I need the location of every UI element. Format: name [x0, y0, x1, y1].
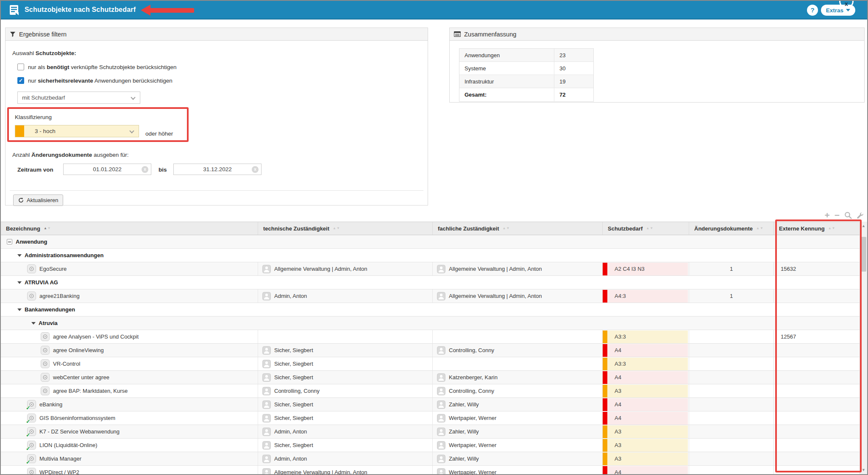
aenderungsdokumente-cell [689, 384, 774, 397]
clear-date-icon[interactable]: x [142, 166, 148, 173]
severity-bar [603, 371, 607, 384]
help-button[interactable]: ? [807, 5, 818, 16]
summary-value: 72 [554, 92, 593, 98]
vertical-scrollbar[interactable]: ▲ ▼ [860, 222, 867, 474]
klassifizierung-select[interactable]: 3 - hoch [15, 125, 139, 137]
checkbox-row-benoetigt: nur als benötigt verknüpfte Schutzobjekt… [17, 64, 176, 70]
column-header-6[interactable]: Externe Kennung ▲▼ [774, 222, 860, 235]
plus-icon[interactable]: + [824, 211, 829, 219]
severity-bar [603, 439, 607, 452]
search-icon[interactable] [844, 211, 852, 219]
scroll-up-icon[interactable]: ▲ [860, 224, 867, 228]
sicherheitsrelevant-checkbox[interactable]: ✓ [17, 77, 24, 84]
benoetigt-checkbox[interactable] [17, 64, 24, 70]
schutzbedarf-cell: A2 C4 I3 N3 [603, 262, 689, 275]
summary-panel-title: Zusammenfassung [464, 31, 516, 38]
aenderungsdokumente-cell [689, 425, 774, 438]
schutzbedarf-cell: A4 [603, 371, 689, 384]
person-icon [262, 373, 271, 382]
checkmark-badge-icon: ✓ [26, 432, 31, 438]
person-icon [262, 441, 271, 450]
table-group-row: Atruvia [1, 317, 860, 330]
table-row[interactable]: ✓ eBanking Sicher, Siegbert Zahler, Will… [1, 398, 860, 411]
table-row[interactable]: ✓ LION (Liquidität-Online) Sicher, Siegb… [1, 439, 860, 452]
checkmark-badge-icon: ✓ [26, 405, 31, 411]
table-row[interactable]: ✓ GIS Börseninformationssystem Sicher, S… [1, 411, 860, 425]
application-icon: ✓ [27, 414, 36, 422]
functional-responsibility-cell [433, 330, 603, 343]
collapse-triangle-icon[interactable] [17, 308, 22, 311]
table-row[interactable]: ✓ WPDirect / WP2 Allgemeine Verwaltung |… [1, 466, 860, 474]
schutzbedarf-cell: A3 [603, 452, 689, 465]
object-name: agree Analysen - ViPS und Cockpit [53, 333, 139, 340]
schutzbedarf-select[interactable]: mit Schutzbedarf [17, 92, 140, 104]
klassifizierung-select-value: 3 - hoch [35, 128, 56, 134]
externe-kennung-cell [774, 411, 860, 425]
group-label: Administrationsanwendungen [25, 252, 103, 258]
application-icon: ✓ [27, 400, 36, 409]
object-name: GIS Börseninformationssystem [39, 415, 115, 421]
refresh-button-label: Aktualisieren [27, 197, 58, 203]
severity-bar [603, 385, 607, 397]
summary-row: Anwendungen23 [459, 49, 593, 62]
summary-label: Gesamt: [459, 88, 554, 101]
table-row[interactable]: ✓ VR-Control Sicher, Siegbert A3:3 [1, 357, 860, 371]
schutzbedarf-value: A3 [603, 385, 688, 397]
externe-kennung-cell [774, 466, 860, 474]
table-row[interactable]: ✓ agree Analysen - ViPS und Cockpit A3:3… [1, 330, 860, 344]
collapse-icon[interactable] [7, 239, 12, 244]
table-row[interactable]: ✓ agree OnlineViewing Sicher, Siegbert C… [1, 344, 860, 357]
object-name: K7 - DZ Service Webanwendung [39, 428, 120, 435]
group-label: Bankanwendungen [25, 306, 75, 313]
aenderungsdokumente-cell: 1 [689, 289, 774, 303]
person-icon [262, 292, 271, 300]
extras-label: Extras [826, 7, 843, 14]
sort-icons[interactable]: ▲▼ [44, 227, 51, 230]
tech-responsibility-cell: Controlling, Conny [258, 384, 433, 397]
column-header-3[interactable]: fachliche Zuständigkeit ▲▼ [433, 222, 603, 235]
column-header-4[interactable]: Schutzbedarf ▲▼ [603, 222, 689, 235]
wrench-icon[interactable] [857, 212, 864, 219]
summary-label: Infrastruktur [459, 75, 554, 88]
refresh-button[interactable]: Aktualisieren [13, 194, 63, 206]
classification-color-swatch [15, 125, 24, 137]
date-to-input[interactable]: 31.12.2022 x [173, 164, 262, 175]
tech-responsibility-cell: Sicher, Siegbert [258, 439, 433, 452]
functional-responsibility-cell: Zahler, Willy [433, 425, 603, 438]
aenderungsdokumente-cell [689, 371, 774, 384]
protection-objects-table: Bezeichnung ▲▼ technische Zuständigkeit … [1, 222, 860, 474]
schutzbedarf-value: A3 [603, 425, 688, 438]
column-header-5[interactable]: Änderungsdokumente ▲▼ [689, 222, 774, 235]
summary-row: Infrastruktur19 [459, 75, 593, 88]
functional-responsibility-cell: Zahler, Willy [433, 452, 603, 465]
schutzbedarf-value: A4 [603, 344, 688, 357]
filter-icon [10, 31, 16, 37]
table-row[interactable]: ✓ webCenter unter agree Sicher, Siegbert… [1, 371, 860, 384]
schutzbedarf-cell: A3 [603, 384, 689, 397]
table-row[interactable]: ✓ agree BAP: Marktdaten, Kurse Controlli… [1, 384, 860, 398]
sort-icons[interactable]: ▲▼ [828, 227, 835, 230]
table-row[interactable]: ✓ K7 - DZ Service Webanwendung Admin, An… [1, 425, 860, 439]
column-header-1[interactable]: Bezeichnung ▲▼ [1, 222, 258, 235]
object-name: LION (Liquidität-Online) [39, 442, 97, 448]
collapse-triangle-icon[interactable] [17, 281, 22, 284]
scroll-down-icon[interactable]: ▼ [860, 468, 867, 472]
collapse-triangle-icon[interactable] [17, 254, 22, 257]
column-header-2[interactable]: technische Zuständigkeit ▲▼ [258, 222, 433, 235]
sort-icons[interactable]: ▲▼ [646, 227, 653, 230]
person-icon [437, 441, 445, 450]
collapse-triangle-icon[interactable] [31, 322, 36, 325]
scrollbar-thumb[interactable] [861, 237, 866, 272]
summary-panel-header: Zusammenfassung [450, 28, 864, 41]
sort-icons[interactable]: ▲▼ [756, 227, 763, 230]
table-row[interactable]: ✓ agree21Banking Admin, Anton Allgemeine… [1, 289, 860, 303]
sort-icons[interactable]: ▲▼ [502, 227, 509, 230]
minus-icon[interactable]: − [835, 211, 840, 219]
clear-date-icon[interactable]: x [252, 166, 259, 173]
table-row[interactable]: ✓ Multivia Manager Admin, Anton Zahler, … [1, 452, 860, 466]
functional-responsibility-cell: Katzenberger, Karin [433, 371, 603, 384]
table-row[interactable]: ✓ EgoSecure Allgemeine Verwaltung | Admi… [1, 262, 860, 276]
date-from-input[interactable]: 01.01.2022 x [63, 164, 151, 175]
table-group-row: Administrationsanwendungen [1, 249, 860, 262]
sort-icons[interactable]: ▲▼ [333, 227, 340, 230]
